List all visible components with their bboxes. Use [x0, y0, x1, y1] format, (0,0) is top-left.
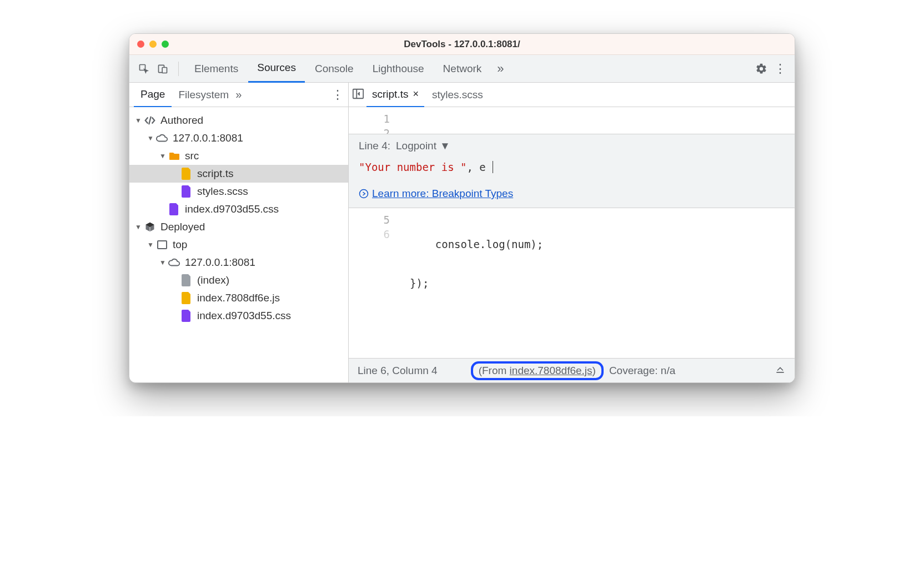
chevron-down-icon: ▼: [135, 223, 142, 231]
line-number[interactable]: 5: [353, 213, 390, 227]
line-gutter: 1 2 3 4: [349, 107, 399, 134]
device-toolbar-icon[interactable]: [154, 60, 172, 78]
editor-statusbar: Line 6, Column 4 (From index.7808df6e.js…: [349, 358, 795, 382]
chevron-down-icon: ▼: [159, 152, 166, 160]
editor-panel: script.ts × styles.scss 1 2 3 4 document…: [349, 83, 795, 382]
file-tab-label: styles.scss: [432, 89, 483, 101]
frame-icon: [156, 239, 168, 251]
tree-file-script-ts[interactable]: script.ts: [129, 165, 348, 183]
settings-icon[interactable]: [752, 60, 770, 78]
tree-label: src: [185, 150, 199, 162]
navigator-tab-page[interactable]: Page: [134, 83, 172, 107]
close-tab-icon[interactable]: ×: [413, 88, 419, 100]
navigator-sidebar: Page Filesystem » ⋮ ▼ Authored ▼ 127.0.0…: [129, 83, 349, 382]
svg-point-6: [360, 190, 368, 198]
chevron-down-icon[interactable]: ▼: [440, 140, 450, 152]
tree-host-authored[interactable]: ▼ 127.0.0.1:8081: [129, 129, 348, 147]
css-file-icon: [168, 203, 180, 215]
line-number[interactable]: 1: [353, 112, 390, 126]
tree-host-deployed[interactable]: ▼ 127.0.0.1:8081: [129, 254, 348, 271]
arrow-circle-icon: [359, 189, 369, 199]
svg-rect-3: [158, 241, 167, 249]
svg-rect-2: [162, 67, 167, 73]
tab-elements[interactable]: Elements: [185, 55, 247, 83]
cloud-icon: [156, 132, 168, 144]
tree-label: (index): [197, 274, 229, 286]
tree-label: styles.scss: [197, 185, 248, 198]
tree-label: index.7808df6e.js: [197, 292, 280, 304]
file-tab-styles-scss[interactable]: styles.scss: [426, 83, 489, 107]
tree-folder-src[interactable]: ▼ src: [129, 147, 348, 165]
devtools-tabbar: Elements Sources Console Lighthouse Netw…: [129, 55, 795, 83]
tree-top[interactable]: ▼ top: [129, 236, 348, 254]
titlebar: DevTools - 127.0.0.1:8081/: [129, 34, 795, 55]
logpoint-editor: Line 4: Logpoint ▼ "Your number is ", e …: [349, 134, 795, 208]
tree-label: index.d9703d55.css: [185, 203, 279, 215]
code-area[interactable]: console.log(num); });: [399, 208, 795, 358]
tree-file-index-js[interactable]: index.7808df6e.js: [129, 289, 348, 307]
coverage-status: Coverage: n/a: [609, 365, 675, 377]
file-icon: [180, 274, 193, 286]
tab-console[interactable]: Console: [306, 55, 363, 83]
tree-label: index.d9703d55.css: [197, 310, 291, 322]
editor-tabbar: script.ts × styles.scss: [349, 83, 795, 107]
code-icon: [144, 114, 156, 127]
chevron-down-icon: ▼: [147, 134, 154, 142]
tree-file-index-css-2[interactable]: index.d9703d55.css: [129, 307, 348, 325]
file-tree: ▼ Authored ▼ 127.0.0.1:8081 ▼ src script…: [129, 107, 348, 382]
file-tab-script-ts[interactable]: script.ts ×: [366, 83, 424, 107]
navigator-tabbar: Page Filesystem » ⋮: [129, 83, 348, 107]
line-gutter: 5 6: [349, 208, 399, 358]
tree-label: script.ts: [197, 168, 233, 180]
breakpoint-type-select[interactable]: Logpoint: [396, 140, 436, 152]
cloud-icon: [168, 256, 180, 269]
tree-label: 127.0.0.1:8081: [185, 256, 255, 269]
cursor-position: Line 6, Column 4: [358, 365, 438, 377]
tree-file-index[interactable]: (index): [129, 271, 348, 289]
tree-authored[interactable]: ▼ Authored: [129, 112, 348, 129]
tree-label: 127.0.0.1:8081: [173, 132, 243, 144]
line-number[interactable]: 2: [353, 126, 390, 134]
window-title: DevTools - 127.0.0.1:8081/: [129, 39, 795, 50]
logpoint-line-label: Line 4:: [359, 140, 390, 152]
tree-file-styles-scss[interactable]: styles.scss: [129, 183, 348, 200]
css-file-icon: [180, 310, 193, 322]
tree-label: Authored: [160, 114, 203, 127]
tree-deployed[interactable]: ▼ Deployed: [129, 218, 348, 236]
js-file-icon: [180, 168, 193, 180]
css-file-icon: [180, 185, 193, 198]
learn-more-link[interactable]: Learn more: Breakpoint Types: [359, 188, 785, 200]
logpoint-expression-input[interactable]: "Your number is ", e: [359, 158, 785, 180]
chevron-down-icon: ▼: [147, 241, 154, 249]
tree-label: top: [173, 239, 187, 251]
show-navigator-icon[interactable]: [352, 88, 364, 102]
separator: [178, 62, 179, 76]
devtools-window: DevTools - 127.0.0.1:8081/ Elements Sour…: [129, 33, 795, 383]
tab-network[interactable]: Network: [434, 55, 491, 83]
sourcemap-origin-link[interactable]: index.7808df6e.js: [510, 365, 592, 376]
code-editor[interactable]: 1 2 3 4 document.querySelector('button')…: [349, 107, 795, 134]
tree-file-index-css-1[interactable]: index.d9703d55.css: [129, 200, 348, 218]
file-tab-label: script.ts: [372, 88, 408, 100]
code-editor-continued[interactable]: 5 6 console.log(num); });: [349, 208, 795, 358]
folder-icon: [168, 150, 180, 162]
chevron-down-icon: ▼: [159, 259, 166, 266]
tab-lighthouse[interactable]: Lighthouse: [364, 55, 433, 83]
line-number[interactable]: 6: [353, 227, 390, 241]
js-file-icon: [180, 292, 193, 304]
inspect-element-icon[interactable]: [135, 60, 153, 78]
more-navigator-tabs-icon[interactable]: »: [235, 88, 242, 101]
kebab-menu-icon[interactable]: ⋮: [771, 60, 789, 78]
code-area[interactable]: document.querySelector('button')?.addEve…: [399, 107, 795, 134]
tree-label: Deployed: [160, 221, 205, 233]
tab-sources[interactable]: Sources: [248, 55, 305, 83]
show-drawer-icon[interactable]: [775, 364, 786, 377]
chevron-down-icon: ▼: [135, 117, 142, 124]
navigator-kebab-icon[interactable]: ⋮: [332, 88, 344, 102]
more-tabs-icon[interactable]: »: [491, 60, 509, 78]
package-icon: [144, 221, 156, 233]
navigator-tab-filesystem[interactable]: Filesystem: [172, 83, 235, 107]
sourcemap-from-badge: (From index.7808df6e.js): [471, 361, 604, 380]
